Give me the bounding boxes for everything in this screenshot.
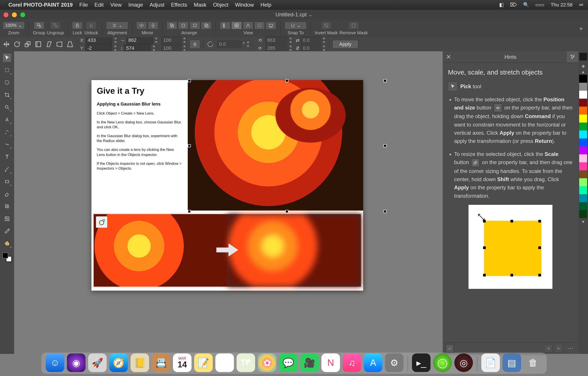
scale-y-spinner[interactable]: ▲▼	[182, 44, 186, 52]
pick-tool[interactable]	[2, 53, 12, 62]
invert-mask-button[interactable]	[321, 22, 332, 29]
toolbar-overflow-button[interactable]: »	[577, 25, 585, 32]
center-y-input[interactable]	[265, 44, 287, 52]
palette-swatch[interactable]	[579, 154, 587, 162]
menu-object[interactable]: Object	[213, 2, 228, 8]
rotate-icon[interactable]	[13, 41, 21, 48]
dock-reminders[interactable]: ☑	[215, 354, 234, 372]
fill-tool[interactable]	[2, 239, 12, 248]
height-input[interactable]	[124, 44, 151, 52]
hints-close-button[interactable]: ✕	[443, 53, 454, 61]
view-guides-button[interactable]	[243, 22, 253, 29]
skew-h-spinner[interactable]: ▲▼	[322, 36, 326, 44]
palette-current-color[interactable]	[579, 53, 587, 61]
dock-calendar[interactable]: MAR14	[173, 354, 191, 372]
hints-home-button[interactable]: ⌂	[446, 344, 454, 352]
menu-adjust[interactable]: Adjust	[150, 2, 165, 8]
window-minimize-button[interactable]	[12, 12, 17, 17]
palette-swatch[interactable]	[579, 202, 587, 210]
palette-flyout-icon[interactable]: ◈	[579, 63, 587, 69]
dock-terminal[interactable]: ▸_	[412, 354, 430, 372]
selection-handle[interactable]	[383, 210, 387, 213]
palette-swatch[interactable]	[579, 138, 587, 146]
selection-handle[interactable]	[188, 144, 191, 147]
foreground-background-swatch[interactable]	[2, 253, 12, 262]
tray-bluetooth-icon[interactable]: ⌦	[510, 2, 517, 8]
palette-swatch[interactable]	[579, 91, 587, 99]
dock-corel[interactable]: ◯	[433, 354, 452, 372]
dock-launchpad[interactable]: 🚀	[88, 354, 107, 372]
dock-trash[interactable]: 🗑	[524, 354, 542, 372]
center-x-spinner[interactable]: ▲▼	[289, 36, 293, 44]
palette-scroll-up[interactable]: ▴	[579, 69, 587, 75]
alignment-dropdown[interactable]: ⌄	[106, 22, 128, 29]
palette-swatch[interactable]	[579, 83, 587, 91]
distort-icon[interactable]	[56, 41, 63, 48]
palette-swatch[interactable]	[579, 115, 587, 122]
x-input[interactable]	[86, 36, 112, 44]
tray-list-icon[interactable]: ≔	[579, 2, 584, 8]
palette-swatch[interactable]	[579, 146, 587, 154]
clone-tool[interactable]	[2, 115, 12, 124]
brush-tool[interactable]	[2, 165, 12, 174]
zoom-dropdown[interactable]: 100% ⌄	[3, 22, 25, 29]
dock-contacts[interactable]: 📒	[131, 354, 149, 372]
document[interactable]: Give it a Try Applying a Gaussian Blur l…	[91, 80, 363, 291]
skew-v-spinner[interactable]: ▲▼	[322, 44, 326, 52]
width-spinner[interactable]: ▲▼	[154, 36, 158, 44]
snapto-dropdown[interactable]: ⌄	[284, 22, 307, 29]
dock-doc2[interactable]: ▤	[503, 354, 521, 372]
dropshadow-tool[interactable]	[2, 202, 12, 211]
menu-file[interactable]: File	[79, 2, 88, 8]
palette-swatch[interactable]	[579, 210, 587, 218]
y-spinner[interactable]: ▲▼	[113, 44, 117, 52]
selection-handle[interactable]	[188, 79, 191, 82]
dock-appstore[interactable]: A	[364, 354, 382, 372]
hints-more-button[interactable]: ⋯	[566, 345, 575, 352]
scale-icon[interactable]	[24, 41, 31, 48]
palette-swatch[interactable]	[579, 186, 587, 194]
rotation-spinner[interactable]: ▲▼	[246, 41, 250, 48]
window-zoom-button[interactable]	[20, 12, 25, 17]
menu-mask[interactable]: Mask	[194, 2, 206, 8]
view-rulers-button[interactable]	[220, 22, 230, 29]
hints-back-button[interactable]: ◄	[544, 344, 552, 352]
menu-edit[interactable]: Edit	[94, 2, 104, 8]
center-y-spinner[interactable]: ▲▼	[289, 44, 293, 52]
dock-doc1[interactable]: 📄	[481, 354, 500, 372]
canvas[interactable]: Give it a Try Applying a Gaussian Blur l…	[14, 51, 443, 354]
spotlight-icon[interactable]: 🔍	[523, 2, 529, 8]
palette-swatch[interactable]	[579, 170, 587, 178]
dock-siri[interactable]: ◉	[67, 354, 85, 372]
text-tool[interactable]	[2, 152, 12, 161]
rectangle-tool[interactable]	[2, 177, 12, 186]
view-full-button[interactable]	[266, 22, 276, 29]
dock-safari[interactable]: 🧭	[109, 354, 128, 372]
mirror-h-button[interactable]	[136, 22, 147, 29]
eraser-tool[interactable]	[2, 189, 12, 199]
scale-x-input[interactable]	[161, 36, 181, 44]
selection-handle[interactable]	[383, 144, 387, 147]
width-input[interactable]	[126, 36, 153, 44]
liquid-tool[interactable]	[2, 140, 12, 149]
hints-forward-button[interactable]: ►	[555, 344, 563, 352]
scale-x-spinner[interactable]: ▲▼	[182, 36, 186, 44]
dock-finder[interactable]: ☺	[46, 354, 64, 372]
dock-music[interactable]: ♫	[343, 354, 361, 372]
menu-effects[interactable]: Effects	[171, 2, 187, 8]
view-grid-button[interactable]	[231, 22, 242, 29]
palette-swatch[interactable]	[579, 75, 587, 83]
arrange-front-button[interactable]	[167, 22, 177, 29]
center-x-input[interactable]	[265, 36, 287, 44]
eyedropper-tool[interactable]	[2, 226, 12, 236]
position-size-icon[interactable]	[3, 41, 10, 48]
perspective-icon[interactable]	[66, 41, 74, 48]
document-title[interactable]: Untitled-1.cpt ⌄	[275, 11, 313, 18]
selection-handle[interactable]	[285, 210, 288, 213]
apply-button[interactable]: Apply	[332, 40, 358, 48]
x-spinner[interactable]: ▲▼	[114, 36, 117, 44]
zoom-tool[interactable]	[2, 103, 12, 112]
palette-swatch[interactable]	[579, 99, 587, 107]
arrange-back-button[interactable]	[201, 22, 212, 29]
palette-swatch[interactable]	[579, 131, 587, 138]
